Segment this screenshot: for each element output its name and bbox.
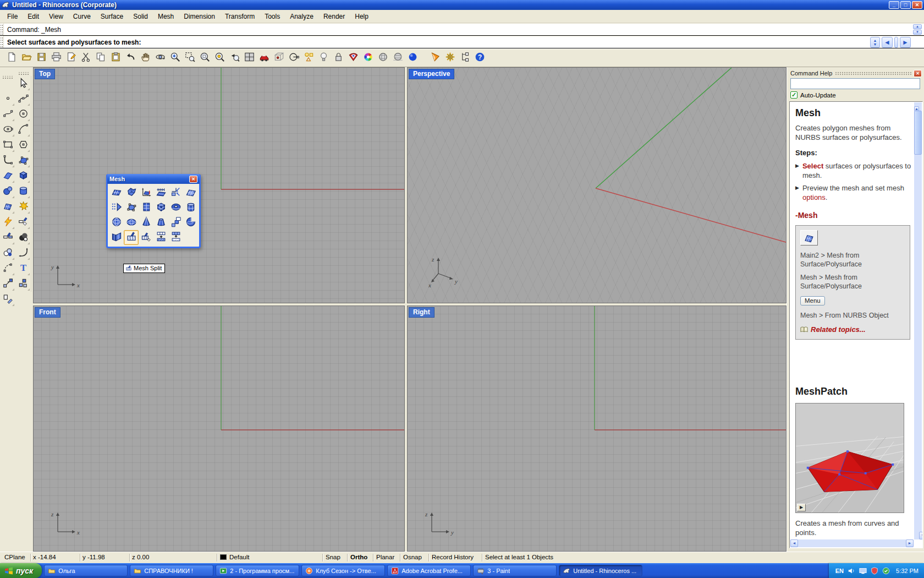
menu-render[interactable]: Render [318,11,350,22]
box-tool-button[interactable] [16,168,31,184]
language-indicator[interactable]: EN [835,568,844,574]
menu-view[interactable]: View [44,11,68,22]
clock[interactable]: 5:32 PM [896,568,919,574]
curve-cp-tool-button[interactable] [16,91,31,107]
help-search-input[interactable] [790,78,920,89]
split-tool-button[interactable] [0,230,15,246]
viewport-front[interactable]: Front z x [33,306,405,552]
mesh-palette-window[interactable]: Mesh ✕ [106,174,201,248]
viewport-layout-button[interactable] [242,51,257,66]
command-scroll-up-button[interactable]: ▲ [913,24,922,29]
mesh-command-icon-button[interactable] [800,230,818,246]
pan-button[interactable] [138,51,153,66]
hierarchy-button[interactable] [458,51,472,66]
related-topics-link[interactable]: Related topics... [811,325,866,334]
flash-tool-button[interactable] [0,215,15,230]
mesh-box-button[interactable] [153,200,168,215]
cplane-pane[interactable]: CPlane [4,554,25,560]
drag-grip[interactable] [0,24,4,35]
object-shapes-button[interactable] [301,51,316,66]
mesh-split-button[interactable] [124,230,139,245]
help-button[interactable]: ? [472,51,487,66]
srf-mesh-tool-button[interactable] [0,199,15,215]
print-button[interactable] [49,51,64,66]
rectangle-tool-button[interactable] [0,138,15,153]
help-horizontal-scrollbar[interactable]: ◄ ► [790,539,914,547]
help-command-name-link[interactable]: -Mesh [795,211,912,220]
update-icon[interactable] [882,567,890,575]
polygon-tool-button[interactable] [16,138,31,153]
viewport-right[interactable]: Right z y [407,306,787,552]
mesh-vplane-button[interactable] [139,200,153,215]
close-button[interactable]: ✕ [912,1,922,9]
viewport-top-label[interactable]: Top [35,69,55,79]
scroll-thumb[interactable] [914,111,922,155]
maximize-button[interactable]: □ [900,1,911,9]
point-tool-button[interactable] [0,91,15,107]
mesh-sphere-part-button[interactable] [183,215,198,230]
mesh-from-points-button[interactable] [109,200,124,215]
option-updown-button[interactable]: ▲▼ [870,37,880,48]
open-folder-button[interactable] [19,51,34,66]
array-copy-tool-button[interactable] [0,292,15,307]
options-gear-button[interactable] [443,51,458,66]
menu-edit[interactable]: Edit [23,11,44,22]
mesh-corner-button[interactable] [168,186,183,200]
mesh-extract-up-button[interactable] [168,230,183,245]
mesh-trim-button[interactable] [139,230,153,245]
mesh-ellipsoid-button[interactable] [124,215,139,230]
mesh-sphere-button[interactable] [109,215,124,230]
select-tool-button[interactable] [16,76,31,91]
menu-curve[interactable]: Curve [68,11,96,22]
command-history-line[interactable]: Command: _Mesh ▲ ▼ [0,24,924,36]
volume-icon[interactable] [848,567,855,575]
mesh-palette-close-button[interactable]: ✕ [189,176,197,183]
drag-grip[interactable] [0,36,4,48]
wireframe-sphere-button[interactable] [376,51,391,66]
mesh-torus-button[interactable] [168,200,183,215]
shield-icon[interactable] [871,567,878,575]
option-prev-button[interactable]: ◄ [882,37,893,48]
start-button[interactable]: пуск [0,563,42,578]
menu-analyze[interactable]: Analyze [285,11,318,22]
task-paint[interactable]: 3 - Paint [473,565,557,576]
cplane-button[interactable] [272,51,287,66]
cylinder-tool-button[interactable] [16,184,31,199]
zoom-window-button[interactable] [183,51,197,66]
trim-tool-button[interactable] [16,215,31,230]
boolean-dark-tool-button[interactable] [16,230,31,246]
mesh-polygons-button[interactable] [124,186,139,200]
minimize-button[interactable]: _ [889,1,899,9]
task-viewer[interactable]: 2 - Программа просм... [216,565,299,576]
layer-pane[interactable]: Default [220,554,249,560]
mesh-extract-down-button[interactable] [153,230,168,245]
mesh-surface-button[interactable] [109,186,124,200]
blocks-tool-button[interactable] [16,276,31,292]
display-icon[interactable] [859,567,867,575]
circle-diameter-button[interactable] [287,51,301,66]
task-browser[interactable]: Клуб Сезон -> Отве... [301,565,385,576]
menu-surface[interactable]: Surface [96,11,128,22]
named-view-button[interactable] [257,51,272,66]
menu-button[interactable]: Menu [800,296,825,306]
menu-dimension[interactable]: Dimension [179,11,220,22]
task-acrobat[interactable]: Adobe Acrobat Profe... [387,565,471,576]
option-next-button[interactable]: ► [900,37,911,48]
shaded-sphere-button[interactable] [391,51,405,66]
srf-points-tool-button[interactable] [16,153,31,168]
scroll-left-button[interactable]: ◄ [790,539,798,547]
explode-tool-button[interactable] [16,199,31,215]
mesh-sheet-button[interactable] [183,186,198,200]
auto-update-checkbox[interactable]: ✓ [790,91,798,99]
mesh-heightfield-button[interactable] [139,186,153,200]
title-bar[interactable]: Untitled - Rhinoceros (Corporate) _ □ ✕ [0,0,924,10]
task-rhino[interactable]: Untitled - Rhinoceros ... [559,565,642,576]
mesh-plane-grid-button[interactable] [153,186,168,200]
mesh-cone-button[interactable] [139,215,153,230]
task-folder[interactable]: Ольга [44,565,128,576]
scroll-down-button[interactable]: ▼ [919,532,923,539]
left-toolbar-grip[interactable] [18,72,30,76]
rendered-sphere-button[interactable] [405,51,420,66]
undo-button[interactable] [123,51,138,66]
preview-play-button[interactable]: ▶ [797,504,806,511]
